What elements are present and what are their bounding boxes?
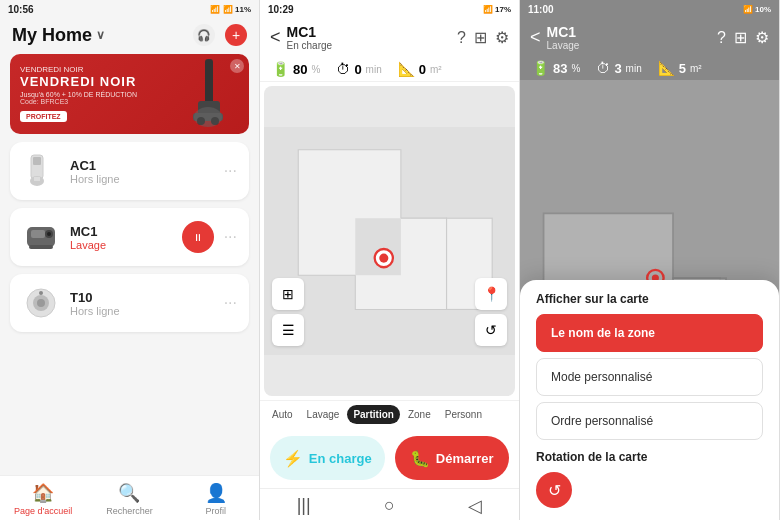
area-unit-p2: m² [430, 64, 442, 75]
status-icons-p2: 📶 17% [483, 5, 511, 14]
layers-button[interactable]: ⊞ [272, 278, 304, 310]
start-label: Démarrer [436, 451, 494, 466]
pause-button-mc1[interactable]: ⏸ [182, 221, 214, 253]
settings-icon-p3[interactable]: ⚙ [755, 28, 769, 47]
nav-label-search: Rechercher [106, 506, 153, 516]
device-more-mc1[interactable]: ··· [224, 228, 237, 246]
sys-back-p2[interactable]: ||| [297, 495, 311, 517]
list-button[interactable]: ☰ [272, 314, 304, 346]
battery-unit-p2: % [311, 64, 320, 75]
svg-point-13 [47, 232, 51, 236]
p3-header: < MC1 Lavage ? ⊞ ⚙ [520, 18, 779, 55]
header-icons: 🎧 + [193, 24, 247, 46]
rotate-map-button[interactable]: ↺ [475, 314, 507, 346]
device-status-t10: Hors ligne [70, 305, 214, 317]
area-icon-p3: 📐 [658, 60, 675, 76]
nav-item-search[interactable]: 🔍 Rechercher [86, 482, 172, 516]
time-unit-p3: min [626, 63, 642, 74]
time-value-p2: 0 [354, 62, 361, 77]
device-more-ac1[interactable]: ··· [224, 162, 237, 180]
device-icon-ac1 [22, 152, 60, 190]
stat-time-p3: ⏱ 3 min [596, 60, 641, 76]
time-unit-p2: min [366, 64, 382, 75]
home-nav-icon: 🏠 [32, 482, 54, 504]
tab-partition[interactable]: Partition [347, 405, 400, 424]
device-info-ac1: AC1 Hors ligne [70, 158, 214, 185]
custom-order-button[interactable]: Ordre personnalisé [536, 402, 763, 440]
device-status-ac1: Hors ligne [70, 173, 214, 185]
device-card-ac1[interactable]: AC1 Hors ligne ··· [10, 142, 249, 200]
rotate-button[interactable]: ↺ [536, 472, 572, 508]
device-card-mc1[interactable]: MC1 Lavage ⏸ ··· [10, 208, 249, 266]
p3-title-block: MC1 Lavage [541, 24, 718, 51]
p3-stats: 🔋 83 % ⏱ 3 min 📐 5 m² [520, 55, 779, 80]
time-p2: 10:29 [268, 4, 294, 15]
svg-rect-7 [33, 157, 41, 165]
svg-rect-11 [31, 230, 45, 238]
promo-content: VENDREDI NOIR VENDREDI NOIR Jusqu'à 60% … [10, 57, 147, 131]
settings-icon-p2[interactable]: ⚙ [495, 28, 509, 47]
tab-personn[interactable]: Personn [439, 405, 488, 424]
promo-button[interactable]: PROFITEZ [20, 111, 67, 122]
add-device-button[interactable]: + [225, 24, 247, 46]
nav-item-home[interactable]: 🏠 Page d'accueil [0, 482, 86, 516]
p1-header: My Home ∨ 🎧 + [0, 18, 259, 54]
time-p1: 10:56 [8, 4, 34, 15]
map-container-p2[interactable]: ⊞ ☰ 📍 ↺ [264, 86, 515, 396]
device-status-mc1: Lavage [70, 239, 172, 251]
grid-icon-p3[interactable]: ⊞ [734, 28, 747, 47]
charging-label: En charge [309, 451, 372, 466]
device-name-t10: T10 [70, 290, 214, 305]
start-button[interactable]: 🐛 Démarrer [395, 436, 510, 480]
p2-header: < MC1 En charge ? ⊞ ⚙ [260, 18, 519, 55]
custom-mode-button[interactable]: Mode personnalisé [536, 358, 763, 396]
status-bar-p1: 10:56 📶 📶 11% [0, 0, 259, 18]
headphone-icon[interactable]: 🎧 [193, 24, 215, 46]
nav-label-home: Page d'accueil [14, 506, 72, 516]
time-icon-p2: ⏱ [336, 61, 350, 77]
stat-area-p2: 📐 0 m² [398, 61, 442, 77]
back-button-p3[interactable]: < [530, 27, 541, 48]
back-button-p2[interactable]: < [270, 27, 281, 48]
p2-bottom-bar: ||| ○ ◁ [260, 488, 519, 520]
time-p3: 11:00 [528, 4, 554, 15]
device-info-t10: T10 Hors ligne [70, 290, 214, 317]
svg-point-24 [379, 254, 388, 263]
status-icons-p1: 📶 📶 11% [210, 5, 251, 14]
help-icon-p3[interactable]: ? [717, 29, 726, 47]
p2-device-name: MC1 [287, 24, 458, 40]
p3-header-icons: ? ⊞ ⚙ [717, 28, 769, 47]
p3-device-status: Lavage [547, 40, 718, 51]
sys-home-p2[interactable]: ○ [384, 495, 395, 517]
nav-label-profile: Profil [206, 506, 227, 516]
device-card-t10[interactable]: T10 Hors ligne ··· [10, 274, 249, 332]
bottom-nav: 🏠 Page d'accueil 🔍 Rechercher 👤 Profil [0, 475, 259, 520]
battery-icon-p2: 🔋 [272, 61, 289, 77]
device-more-t10[interactable]: ··· [224, 294, 237, 312]
chevron-down-icon: ∨ [96, 28, 105, 42]
nav-item-profile[interactable]: 👤 Profil [173, 482, 259, 516]
modal-section1-label: Afficher sur la carte [536, 292, 763, 306]
svg-rect-0 [205, 59, 213, 104]
grid-icon-p2[interactable]: ⊞ [474, 28, 487, 47]
location-pin-button[interactable]: 📍 [475, 278, 507, 310]
promo-tagline: Jusqu'à 60% + 10% DE RÉDUCTION [20, 91, 137, 98]
tab-zone[interactable]: Zone [402, 405, 437, 424]
map-tools-right: 📍 ↺ [475, 278, 507, 346]
tab-lavage[interactable]: Lavage [301, 405, 346, 424]
status-icons-p3: 📶 10% [743, 5, 771, 14]
promo-close-button[interactable]: ✕ [230, 59, 244, 73]
p3-device-name: MC1 [547, 24, 718, 40]
p2-stats: 🔋 80 % ⏱ 0 min 📐 0 m² [260, 55, 519, 82]
charging-button[interactable]: ⚡ En charge [270, 436, 385, 480]
help-icon-p2[interactable]: ? [457, 29, 466, 47]
area-unit-p3: m² [690, 63, 702, 74]
tab-auto[interactable]: Auto [266, 405, 299, 424]
area-icon-p2: 📐 [398, 61, 415, 77]
promo-banner[interactable]: VENDREDI NOIR VENDREDI NOIR Jusqu'à 60% … [10, 54, 249, 134]
zone-name-button[interactable]: Le nom de la zone [536, 314, 763, 352]
p1-title-group[interactable]: My Home ∨ [12, 25, 105, 46]
promo-title: VENDREDI NOIR [20, 74, 137, 89]
battery-unit-p3: % [571, 63, 580, 74]
sys-recent-p2[interactable]: ◁ [468, 495, 482, 517]
